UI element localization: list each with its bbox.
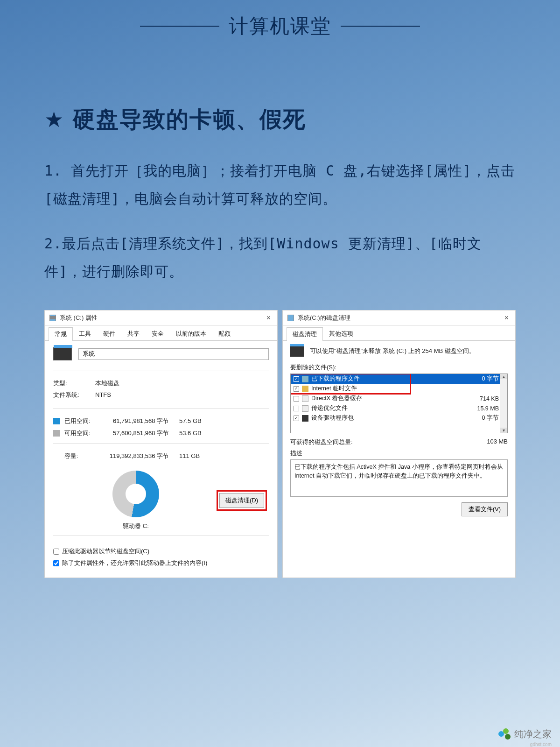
files-list[interactable]: ✓已下载的程序文件0 字节✓Internet 临时文件DirectX 着色器缓存…: [290, 374, 508, 433]
item-size: 0 字节: [469, 375, 499, 383]
cleanup-window: 系统(C:)的磁盘清理 × 磁盘清理 其他选项 可以使用"磁盘清理"来释放 系统…: [282, 310, 516, 578]
cleanup-tabs: 磁盘清理 其他选项: [283, 327, 515, 341]
step-1: 1. 首先打开［我的电脑］；接着打开电脑 C 盘,右键选择[属性]，点击[磁盘清…: [44, 157, 516, 213]
file-icon: [302, 395, 308, 402]
cleanup-info-text: 可以使用"磁盘清理"来释放 系统 (C:) 上的 254 MB 磁盘空间。: [310, 346, 475, 356]
close-icon[interactable]: ×: [503, 314, 511, 322]
cleanup-body: 可以使用"磁盘清理"来释放 系统 (C:) 上的 254 MB 磁盘空间。 要删…: [283, 341, 515, 524]
fs-label: 文件系统:: [53, 389, 95, 401]
used-gb: 57.5 GB: [179, 415, 207, 427]
item-size: 714 KB: [469, 395, 499, 402]
tab-quota[interactable]: 配额: [212, 327, 237, 340]
properties-titlebar: 系统 (C:) 属性 ×: [45, 310, 277, 326]
index-label: 除了文件属性外，还允许索引此驱动器上文件的内容(I): [62, 557, 207, 569]
description-label: 描述: [290, 449, 508, 458]
type-label: 类型:: [53, 378, 95, 389]
checkbox-icon[interactable]: ✓: [294, 416, 299, 421]
tab-general[interactable]: 常规: [49, 327, 73, 341]
list-item[interactable]: 传递优化文件15.9 MB: [291, 403, 507, 413]
total-value: 103 MB: [487, 438, 508, 446]
list-item[interactable]: ✓已下载的程序文件0 字节: [291, 374, 507, 384]
used-bytes: 61,791,981,568 字节: [100, 415, 179, 427]
files-to-delete-label: 要删除的文件(S):: [290, 363, 508, 372]
list-item[interactable]: DirectX 着色器缓存714 KB: [291, 394, 507, 403]
item-name: Internet 临时文件: [311, 385, 466, 393]
drive-icon-large: [53, 347, 72, 360]
lock-icon: [302, 386, 308, 392]
properties-body: 类型:本地磁盘 文件系统:NTFS 已用空间:61,791,981,568 字节…: [45, 341, 277, 578]
properties-window: 系统 (C:) 属性 × 常规 工具 硬件 共享 安全 以前的版本 配额 类型:: [44, 310, 278, 578]
free-label: 可用空间:: [64, 427, 100, 439]
page-title: 计算机课堂: [229, 13, 331, 39]
item-name: 传递优化文件: [311, 404, 466, 412]
article-body: ★ 硬盘导致的卡顿、假死 1. 首先打开［我的电脑］；接着打开电脑 C 盘,右键…: [0, 39, 560, 578]
view-files-button[interactable]: 查看文件(V): [462, 502, 508, 516]
watermark-url: gdhst.com: [530, 742, 552, 747]
scrollbar[interactable]: [500, 374, 507, 433]
properties-tabs: 常规 工具 硬件 共享 安全 以前的版本 配额: [45, 327, 277, 341]
list-item[interactable]: ✓Internet 临时文件: [291, 384, 507, 394]
free-bytes: 57,600,851,968 字节: [100, 427, 179, 439]
drive-name-input[interactable]: [78, 348, 269, 360]
close-icon[interactable]: ×: [265, 314, 273, 322]
disk-cleanup-button[interactable]: 磁盘清理(D): [219, 493, 264, 508]
item-size: 0 字节: [469, 414, 499, 422]
used-label: 已用空间:: [64, 415, 100, 427]
tab-share[interactable]: 共享: [121, 327, 146, 340]
dev-icon: [302, 415, 308, 422]
list-item[interactable]: ✓设备驱动程序包0 字节: [291, 413, 507, 423]
cap-bytes: 119,392,833,536 字节: [100, 450, 179, 462]
usage-donut: [112, 471, 159, 517]
page-header: 计算机课堂: [0, 0, 560, 39]
free-gb: 53.6 GB: [179, 427, 207, 439]
free-swatch: [53, 430, 60, 437]
item-size: 15.9 MB: [469, 405, 499, 412]
total-label: 可获得的磁盘空间总量:: [290, 438, 487, 446]
cap-label: 容量:: [64, 450, 100, 462]
item-name: DirectX 着色器缓存: [311, 395, 466, 402]
tab-cleanup[interactable]: 磁盘清理: [287, 327, 323, 341]
item-name: 已下载的程序文件: [311, 375, 466, 383]
checkbox-icon[interactable]: ✓: [294, 376, 299, 382]
tab-hardware[interactable]: 硬件: [97, 327, 121, 340]
checkbox-icon[interactable]: ✓: [294, 386, 299, 392]
type-value: 本地磁盘: [95, 378, 119, 389]
cleanup-title: 系统(C:)的磁盘清理: [298, 314, 503, 322]
star-icon: ★: [44, 107, 63, 132]
tab-security[interactable]: 安全: [146, 327, 170, 340]
drive-icon: [49, 315, 56, 321]
watermark: 纯净之家: [498, 728, 552, 740]
usage-grid: 已用空间:61,791,981,568 字节57.5 GB 可用空间:57,60…: [53, 415, 269, 439]
drive-c-label: 驱动器 C:: [123, 522, 149, 530]
cleanup-titlebar: 系统(C:)的磁盘清理 ×: [283, 310, 515, 326]
properties-title: 系统 (C:) 属性: [60, 314, 265, 322]
step-2: 2.最后点击[清理系统文件]，找到[Windows 更新清理]、[临时文件]，进…: [44, 230, 516, 286]
cleanup-icon: [287, 315, 294, 321]
header-line-left: [140, 26, 219, 27]
tab-other-options[interactable]: 其他选项: [323, 327, 359, 340]
item-name: 设备驱动程序包: [311, 414, 466, 422]
tab-prev[interactable]: 以前的版本: [170, 327, 212, 340]
compress-label: 压缩此驱动器以节约磁盘空间(C): [62, 546, 149, 557]
used-swatch: [53, 418, 60, 424]
description-box: 已下载的程序文件包括 ActiveX 控件和 Java 小程序，你查看特定网页时…: [290, 459, 508, 497]
watermark-brand: 纯净之家: [514, 728, 552, 740]
checkbox-icon[interactable]: [294, 396, 299, 402]
screenshots-row: 系统 (C:) 属性 × 常规 工具 硬件 共享 安全 以前的版本 配额 类型:: [44, 310, 516, 578]
checkbox-icon[interactable]: [294, 406, 299, 411]
compress-checkbox[interactable]: 压缩此驱动器以节约磁盘空间(C): [53, 546, 269, 557]
tab-tools[interactable]: 工具: [73, 327, 97, 340]
file-icon: [302, 405, 308, 412]
cap-gb: 111 GB: [179, 450, 207, 462]
drive-info: 类型:本地磁盘 文件系统:NTFS: [53, 378, 269, 401]
article-heading: ★ 硬盘导致的卡顿、假死: [44, 105, 516, 134]
app-icon: [302, 376, 308, 382]
fs-value: NTFS: [95, 389, 111, 401]
index-checkbox[interactable]: 除了文件属性外，还允许索引此驱动器上文件的内容(I): [53, 557, 269, 569]
header-line-right: [341, 26, 420, 27]
cleanup-drive-icon: [290, 346, 304, 357]
disk-cleanup-highlight: 磁盘清理(D): [217, 490, 267, 511]
watermark-logo-icon: [498, 728, 511, 740]
article-heading-text: 硬盘导致的卡顿、假死: [73, 105, 306, 134]
